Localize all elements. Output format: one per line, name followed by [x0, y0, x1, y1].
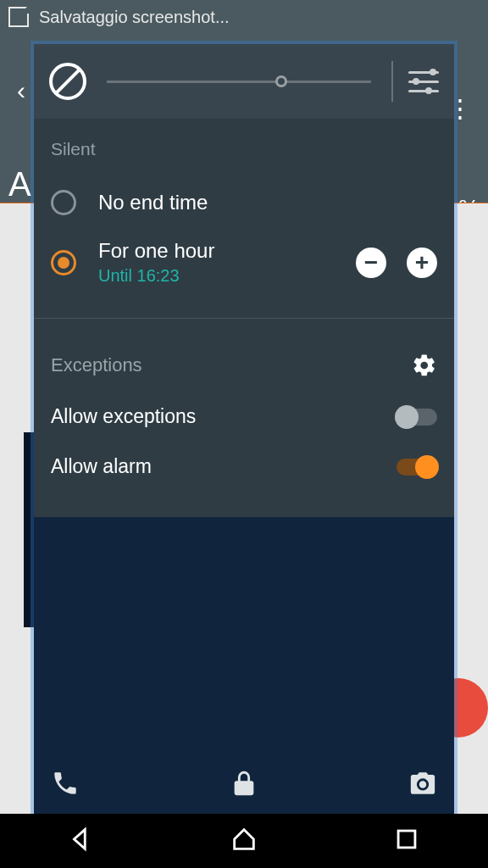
exceptions-row[interactable]: Exceptions [51, 339, 437, 392]
option-label: No end time [98, 191, 437, 214]
option-sublabel: Until 16:23 [98, 266, 336, 286]
option-no-end-time[interactable]: No end time [51, 178, 437, 227]
radio-unchecked-icon[interactable] [51, 190, 76, 215]
allow-alarm-switch[interactable] [396, 459, 437, 476]
nav-home-icon[interactable] [230, 825, 258, 857]
allow-exceptions-switch[interactable] [396, 409, 437, 426]
gear-icon[interactable] [412, 353, 437, 378]
settings-sliders-icon[interactable] [408, 66, 439, 97]
radio-checked-icon[interactable] [51, 250, 76, 275]
lock-icon[interactable] [230, 769, 258, 798]
modal-body: Silent No end time For one hour Until 16… [34, 119, 454, 517]
navigation-bar [0, 814, 488, 868]
decrease-button[interactable]: − [356, 248, 386, 278]
allow-alarm-label: Allow alarm [51, 455, 152, 478]
camera-icon[interactable] [408, 769, 437, 798]
allow-exceptions-label: Allow exceptions [51, 405, 196, 428]
nav-back-icon[interactable] [67, 825, 96, 857]
back-icon[interactable]: ‹ [17, 76, 25, 105]
volume-slider[interactable] [107, 81, 371, 83]
status-bar: Salvataggio screenshot... [0, 0, 488, 34]
allow-alarm-row[interactable]: Allow alarm [51, 442, 437, 492]
image-icon [8, 7, 29, 27]
bg-letter: A [8, 165, 31, 203]
allow-exceptions-row[interactable]: Allow exceptions [51, 392, 437, 442]
nav-recent-icon[interactable] [392, 825, 421, 857]
divider [391, 61, 393, 102]
phone-icon[interactable] [51, 769, 80, 798]
increase-button[interactable]: + [407, 248, 437, 278]
modal-footer [34, 753, 454, 814]
exceptions-heading: Exceptions [51, 354, 142, 376]
do-not-disturb-icon [49, 63, 86, 100]
divider [34, 318, 454, 319]
slider-thumb[interactable] [275, 75, 287, 87]
option-label: For one hour [98, 239, 336, 263]
modal-header [34, 44, 454, 119]
status-title: Salvataggio screenshot... [39, 8, 230, 27]
svg-rect-0 [398, 831, 415, 848]
dnd-modal: Silent No end time For one hour Until 16… [34, 44, 454, 814]
option-for-one-hour[interactable]: For one hour Until 16:23 − + [51, 227, 437, 298]
silent-section-label: Silent [51, 139, 437, 159]
